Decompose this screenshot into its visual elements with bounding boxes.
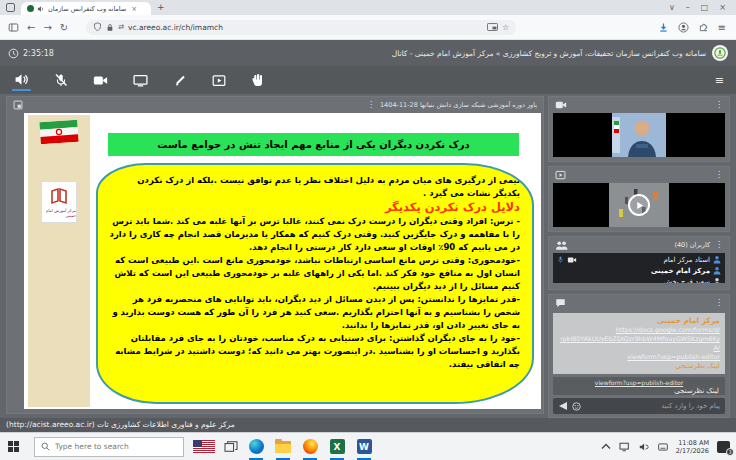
- chat-message-secondary: viewform?usp=publish-editor لینک نظرسنجی: [553, 377, 725, 395]
- mute-mic-button[interactable]: [52, 69, 70, 91]
- chat-icon: [555, 298, 566, 308]
- slide-side-strip: مرکز آموزش امام خمینی: [28, 115, 90, 407]
- users-count-label: کاربران (40): [674, 241, 710, 249]
- browser-toolbar: ← → ↻ ⇄ vc.areeo.ac.ir/ch/imamch ☆: [0, 15, 736, 40]
- bookmark-star-icon[interactable]: ☆: [502, 23, 509, 32]
- shield-icon[interactable]: [93, 22, 102, 32]
- tray-chevron-icon[interactable]: [601, 443, 611, 450]
- us-flag-icon[interactable]: [193, 440, 215, 453]
- input-language-icon[interactable]: [658, 443, 668, 451]
- chat-options-icon[interactable]: ⋮: [715, 299, 723, 307]
- sidebar-toggle-icon[interactable]: [8, 22, 19, 33]
- reload-button[interactable]: ↻: [60, 22, 68, 33]
- chat-link[interactable]: viewform?usp=publish-editor: [559, 379, 719, 387]
- firefox-view-icon[interactable]: [6, 3, 15, 12]
- task-view-icon[interactable]: [224, 441, 238, 453]
- user-media-icons: [557, 255, 577, 264]
- window-maximize-button[interactable]: □: [701, 3, 709, 12]
- menu-icon[interactable]: ≡: [718, 22, 726, 33]
- logo-caption: مرکز آموزش امام خمینی: [42, 208, 76, 218]
- download-icon[interactable]: [658, 22, 669, 33]
- user-icon: [713, 255, 721, 264]
- slide-heading: دلایل درک نکردن یکدیگر: [108, 200, 520, 215]
- media-button[interactable]: [210, 69, 228, 91]
- slide-title: درک نکردن دیگران یکی از منابع مهم ایجاد …: [108, 133, 519, 156]
- restore-presentation-icon[interactable]: [13, 100, 23, 110]
- tab-close-icon[interactable]: ×: [131, 5, 137, 13]
- extension-icon[interactable]: [698, 22, 709, 33]
- forward-button[interactable]: →: [43, 22, 51, 33]
- window-minimize-button[interactable]: –: [686, 3, 690, 12]
- audio-button[interactable]: [12, 69, 31, 91]
- tab-audio-icon[interactable]: [37, 5, 45, 13]
- user-row[interactable]: سعید فرح بخش: [557, 276, 721, 283]
- play-box-icon: [555, 170, 566, 180]
- options-menu-icon[interactable]: ≡: [715, 74, 724, 87]
- chat-input[interactable]: [585, 402, 720, 410]
- word-icon[interactable]: W: [355, 438, 373, 456]
- shared-video[interactable]: [553, 183, 725, 227]
- users-icon: [555, 240, 568, 251]
- video-options-icon[interactable]: ⋮: [715, 171, 723, 179]
- notification-badge: 3: [726, 448, 734, 456]
- address-bar[interactable]: ⇄ vc.areeo.ac.ir/ch/imamch ☆: [86, 20, 516, 35]
- edge-icon[interactable]: [247, 438, 265, 456]
- user-row[interactable]: مرکز امام خمینی: [557, 265, 721, 276]
- windows-taskbar: X W 11:08 AM 2/17/2026 3: [0, 432, 736, 460]
- toolbar-icons: ≡: [658, 22, 728, 33]
- chat-link-label: لینک نظرسنجی: [559, 387, 719, 395]
- slide-paragraph: -قدر تمایزها را ندانستن: پس از دیدن مسائ…: [108, 293, 520, 332]
- slide-paragraph: -خودمحوری: وقتی ترس مانع اساسی ارتباطات …: [108, 254, 520, 293]
- firefox-icon[interactable]: [301, 438, 319, 456]
- taskbar-search[interactable]: [34, 437, 184, 457]
- video-share-panel: ⋮: [548, 166, 730, 232]
- whiteboard-pen-button[interactable]: [171, 69, 189, 91]
- notification-icon[interactable]: 3: [717, 441, 730, 453]
- user-webcam-icon: [567, 256, 577, 264]
- av-toolbar: ≡: [0, 66, 736, 94]
- file-explorer-icon[interactable]: [274, 438, 292, 456]
- lock-icon[interactable]: [106, 23, 114, 32]
- users-panel-header: کاربران (40) ⋮: [549, 237, 729, 253]
- chat-panel-header: ⋮: [549, 295, 729, 311]
- clock-icon: [8, 48, 19, 59]
- start-button[interactable]: [8, 441, 19, 452]
- picture-in-picture-icon[interactable]: [487, 23, 498, 31]
- new-tab-button[interactable]: +: [157, 3, 165, 12]
- play-button-overlay[interactable]: [628, 194, 650, 216]
- search-input[interactable]: [55, 442, 177, 451]
- user-name: مرکز امام خمینی: [651, 267, 710, 275]
- user-list: استاد مرکز امام: [553, 253, 725, 283]
- iran-flag: [39, 120, 78, 145]
- tab-list-chevron-icon[interactable]: ∨: [669, 3, 675, 12]
- slide-bubble: نیمی از درگیری های میان مردم به دلیل اخت…: [96, 163, 534, 404]
- browser-tab[interactable]: سامانه وب کنفرانس سازمان ×: [21, 2, 151, 15]
- webcam-video[interactable]: [553, 113, 725, 157]
- presentation-options-icon[interactable]: ⋮: [367, 101, 375, 109]
- account-icon[interactable]: [678, 22, 689, 33]
- raise-hand-button[interactable]: [249, 69, 267, 91]
- chat-link-label: لینک نظرسنجی: [558, 361, 720, 371]
- users-panel: کاربران (40) ⋮ استاد مرکز امام: [548, 236, 730, 290]
- webcam-button[interactable]: [91, 69, 110, 91]
- emoji-icon[interactable]: [572, 402, 581, 411]
- window-close-button[interactable]: ×: [719, 3, 726, 12]
- tab-title: سامانه وب کنفرانس سازمان: [48, 5, 126, 13]
- speaker-icon: [14, 72, 29, 87]
- chat-link[interactable]: viewform?usp=publish-editor: [558, 352, 720, 361]
- webcam-options-icon[interactable]: ⋮: [715, 101, 723, 109]
- permissions-icon[interactable]: ⇄: [118, 23, 124, 31]
- volume-icon[interactable]: [639, 442, 650, 452]
- screen-icon: [133, 74, 148, 87]
- chat-link[interactable]: https://docs.google.com/forms/d/: [558, 325, 720, 334]
- back-button[interactable]: ←: [27, 22, 35, 33]
- taskbar-clock[interactable]: 11:08 AM 2/17/2026: [676, 439, 709, 455]
- chat-link[interactable]: rpkI80YAkUUvEbZDIQzr9hbW4MfouyGWSKzgm6Ky…: [558, 334, 720, 352]
- user-row[interactable]: استاد مرکز امام: [557, 254, 721, 265]
- screen: سامانه وب کنفرانس سازمان × + ∨ – □ × ← →…: [0, 0, 736, 460]
- excel-icon[interactable]: X: [328, 438, 346, 456]
- screenshare-button[interactable]: [131, 69, 150, 91]
- network-icon[interactable]: [619, 442, 631, 452]
- send-icon[interactable]: [558, 401, 568, 411]
- users-options-icon[interactable]: ⋮: [715, 241, 723, 249]
